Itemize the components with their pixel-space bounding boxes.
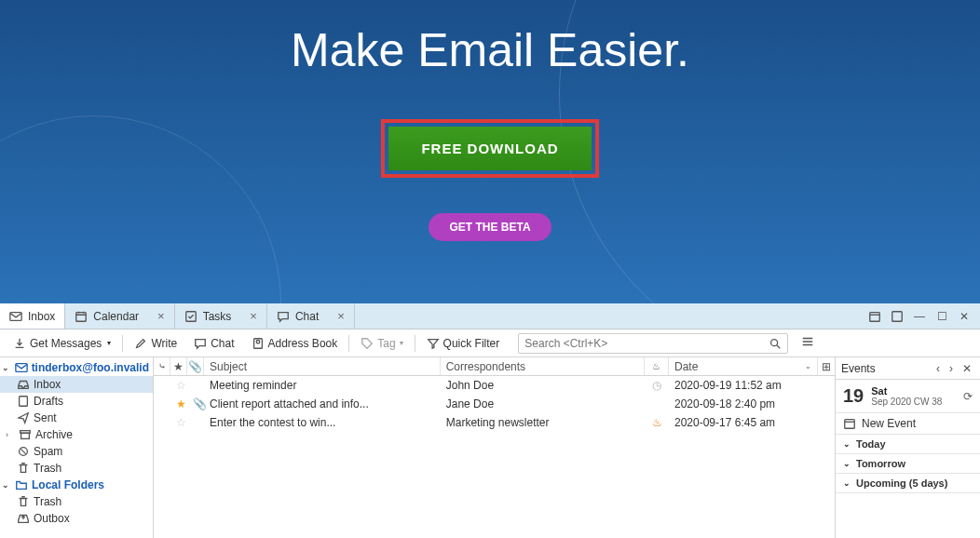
events-header: Events ‹ › ✕ bbox=[836, 357, 980, 380]
folder-sent[interactable]: Sent bbox=[0, 410, 153, 426]
star-toggle[interactable]: ★ bbox=[170, 397, 187, 410]
main-toolbar: Get Messages ▾ Write Chat Address Book T… bbox=[0, 330, 980, 357]
tool-label: Write bbox=[151, 337, 177, 350]
close-icon[interactable]: × bbox=[337, 309, 345, 323]
inbox-icon bbox=[17, 378, 30, 391]
folder-spam[interactable]: Spam bbox=[0, 443, 153, 460]
folder-trash-local[interactable]: Trash bbox=[0, 493, 153, 510]
search-box[interactable] bbox=[518, 333, 788, 354]
message-rows: ☆ Meeting reminder John Doe ◷ 2020-09-19… bbox=[154, 376, 835, 538]
col-subject[interactable]: Subject bbox=[204, 357, 441, 375]
search-input[interactable] bbox=[524, 337, 769, 350]
close-panel-button[interactable]: ✕ bbox=[960, 362, 974, 375]
tool-label: Address Book bbox=[268, 337, 338, 350]
msg-date: 2020-09-19 11:52 am bbox=[669, 379, 818, 392]
mail-icon bbox=[15, 361, 28, 374]
calendar-icon bbox=[75, 310, 88, 323]
folder-label: Drafts bbox=[34, 395, 63, 408]
address-book-button[interactable]: Address Book bbox=[244, 334, 346, 353]
tab-calendar[interactable]: Calendar × bbox=[65, 303, 174, 329]
tag-button[interactable]: Tag ▾ bbox=[353, 334, 410, 353]
window-close-icon[interactable]: ✕ bbox=[958, 310, 971, 323]
msg-from: John Doe bbox=[441, 379, 645, 392]
col-junk[interactable]: ♨ bbox=[645, 357, 669, 375]
new-event-button[interactable]: New Event bbox=[836, 413, 980, 435]
separator bbox=[348, 335, 349, 352]
local-folders-row[interactable]: ⌄ Local Folders bbox=[0, 477, 153, 493]
folder-label: Sent bbox=[34, 411, 57, 424]
expand-icon[interactable]: ⌄ bbox=[2, 363, 11, 372]
tab-tasks[interactable]: Tasks × bbox=[175, 303, 267, 329]
tab-inbox[interactable]: Inbox bbox=[0, 303, 65, 329]
free-download-button[interactable]: FREE DOWNLOAD bbox=[388, 127, 591, 170]
col-date[interactable]: Date⌄ bbox=[669, 357, 818, 375]
next-day-button[interactable]: › bbox=[946, 362, 956, 375]
column-headers: ⤷ ★ 📎 Subject Correspondents ♨ Date⌄ ⊞ bbox=[154, 357, 835, 376]
folder-outbox[interactable]: Outbox bbox=[0, 510, 153, 527]
col-thread[interactable]: ⤷ bbox=[154, 357, 170, 375]
column-picker-icon: ⊞ bbox=[822, 360, 831, 373]
local-folders-label: Local Folders bbox=[32, 478, 104, 491]
msg-subject: Meeting reminder bbox=[204, 379, 441, 392]
star-toggle[interactable]: ☆ bbox=[170, 379, 187, 392]
chat-button[interactable]: Chat bbox=[186, 334, 241, 353]
col-picker[interactable]: ⊞ bbox=[818, 357, 835, 375]
day-number: 19 bbox=[843, 385, 864, 407]
trash-icon bbox=[17, 462, 30, 475]
tab-chat[interactable]: Chat × bbox=[267, 303, 355, 329]
calendar-icon bbox=[843, 417, 856, 430]
paperclip-icon: 📎 bbox=[188, 360, 202, 373]
section-tomorrow[interactable]: ⌄Tomorrow bbox=[836, 454, 980, 474]
thread-icon: ⤷ bbox=[158, 361, 166, 371]
download-highlight: FREE DOWNLOAD bbox=[381, 119, 598, 178]
section-upcoming[interactable]: ⌄Upcoming (5 days) bbox=[836, 474, 980, 493]
download-icon bbox=[13, 337, 26, 350]
msg-date: 2020-09-18 2:40 pm bbox=[669, 397, 818, 410]
svg-rect-11 bbox=[21, 433, 30, 438]
folder-label: Trash bbox=[34, 495, 61, 508]
close-icon[interactable]: × bbox=[250, 309, 257, 323]
expand-icon[interactable]: › bbox=[6, 430, 15, 439]
tab-bar: Inbox Calendar × Tasks × Chat × — ☐ ✕ bbox=[0, 303, 980, 330]
new-event-label: New Event bbox=[862, 417, 916, 430]
tasks-side-icon[interactable] bbox=[891, 310, 904, 323]
calendar-side-icon[interactable] bbox=[868, 310, 881, 323]
folder-trash[interactable]: Trash bbox=[0, 460, 153, 477]
app-menu-button[interactable] bbox=[797, 331, 818, 355]
section-today[interactable]: ⌄Today bbox=[836, 435, 980, 454]
junk-icon[interactable]: ♨ bbox=[645, 416, 669, 429]
message-row[interactable]: ★ 📎 Client report attached and info... J… bbox=[154, 395, 835, 413]
folder-inbox[interactable]: Inbox bbox=[0, 376, 153, 393]
expand-icon[interactable]: ⌄ bbox=[2, 480, 11, 490]
prev-day-button[interactable]: ‹ bbox=[933, 362, 943, 375]
hero-banner: Make Email Easier. FREE DOWNLOAD GET THE… bbox=[0, 0, 980, 303]
msg-subject: Client report attached and info... bbox=[204, 397, 441, 410]
pencil-icon bbox=[134, 337, 147, 350]
col-attachment[interactable]: 📎 bbox=[187, 357, 204, 375]
account-row[interactable]: ⌄ tinderbox@foo.invalid bbox=[0, 359, 153, 376]
folder-drafts[interactable]: Drafts bbox=[0, 393, 153, 410]
window-maximize-icon[interactable]: ☐ bbox=[935, 310, 948, 323]
col-star[interactable]: ★ bbox=[170, 357, 187, 375]
star-icon: ★ bbox=[173, 360, 184, 373]
quick-filter-button[interactable]: Quick Filter bbox=[419, 334, 508, 353]
search-icon[interactable] bbox=[769, 337, 782, 350]
star-toggle[interactable]: ☆ bbox=[170, 416, 187, 429]
tasks-icon bbox=[184, 310, 197, 323]
write-button[interactable]: Write bbox=[127, 334, 184, 353]
folder-label: Archive bbox=[35, 428, 73, 441]
message-list: ⤷ ★ 📎 Subject Correspondents ♨ Date⌄ ⊞ ☆… bbox=[154, 357, 836, 538]
col-correspondents[interactable]: Correspondents bbox=[441, 357, 645, 375]
get-beta-button[interactable]: GET THE BETA bbox=[429, 213, 551, 241]
close-icon[interactable]: × bbox=[157, 309, 165, 323]
svg-rect-9 bbox=[20, 397, 28, 407]
tab-label: Inbox bbox=[28, 310, 55, 323]
window-minimize-icon[interactable]: — bbox=[913, 310, 926, 323]
refresh-icon[interactable]: ⟳ bbox=[963, 390, 973, 403]
spam-icon bbox=[17, 445, 30, 458]
filter-icon bbox=[427, 337, 440, 350]
message-row[interactable]: ☆ Enter the contest to win... Marketing … bbox=[154, 413, 835, 432]
folder-archive[interactable]: › Archive bbox=[0, 426, 153, 443]
get-messages-button[interactable]: Get Messages ▾ bbox=[6, 334, 118, 353]
message-row[interactable]: ☆ Meeting reminder John Doe ◷ 2020-09-19… bbox=[154, 376, 835, 395]
